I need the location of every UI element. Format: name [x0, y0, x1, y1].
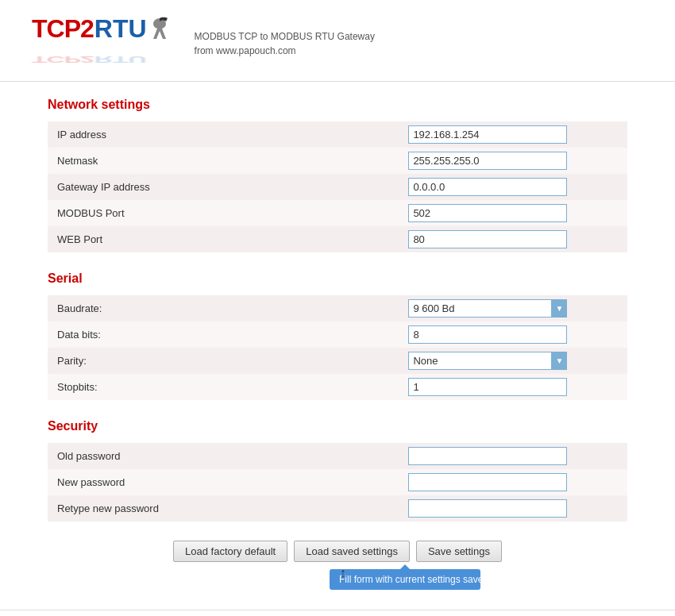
old-password-input[interactable]	[408, 447, 567, 465]
stopbits-cell	[402, 374, 627, 400]
netmask-cell	[402, 148, 627, 174]
netmask-input[interactable]	[408, 152, 567, 170]
parity-cell: None Even Odd ▼	[402, 348, 627, 374]
table-row: Stopbits:	[48, 374, 627, 400]
table-row: MODBUS Port	[48, 200, 627, 226]
logo-tcp: TCP	[32, 14, 80, 44]
table-row: IP address	[48, 121, 627, 148]
logo-2: 2	[80, 14, 94, 44]
cursor-indicator: ↕	[340, 566, 346, 580]
tooltip: Fill form with current settings saved in…	[330, 569, 480, 590]
parity-select-wrapper: None Even Odd ▼	[408, 352, 567, 370]
new-password-label: New password	[48, 469, 402, 495]
ip-address-label: IP address	[48, 121, 402, 148]
logo-bird-icon	[148, 17, 171, 42]
retype-password-label: Retype new password	[48, 495, 402, 522]
serial-table: Baudrate: 1 200 Bd 2 400 Bd 4 800 Bd 9 6…	[48, 295, 627, 400]
table-row: Gateway IP address	[48, 174, 627, 200]
web-port-label: WEB Port	[48, 226, 402, 252]
databits-label: Data bits:	[48, 321, 402, 348]
databits-cell	[402, 321, 627, 348]
logo-rtu-reflection: RTU	[94, 54, 147, 64]
new-password-cell	[402, 469, 627, 495]
load-factory-default-button[interactable]: Load factory default	[173, 541, 287, 562]
footer: TCP2RTU v. 1.1 © 2008 by www.papouch.com	[0, 610, 675, 616]
table-row: Netmask	[48, 148, 627, 174]
baudrate-select-wrapper: 1 200 Bd 2 400 Bd 4 800 Bd 9 600 Bd 19 2…	[408, 299, 567, 318]
parity-label: Parity:	[48, 348, 402, 374]
gateway-input[interactable]	[408, 178, 567, 196]
network-settings-table: IP address Netmask Gateway IP address MO…	[48, 121, 627, 252]
logo-text-row: TCP 2 RTU TCP 2	[32, 14, 171, 73]
header-description: MODBUS TCP to MODBUS RTU Gateway from ww…	[195, 29, 375, 58]
table-row: New password	[48, 469, 627, 495]
web-port-cell	[402, 226, 627, 252]
ip-address-cell	[402, 121, 627, 148]
ip-address-input[interactable]	[408, 125, 567, 144]
retype-password-input[interactable]	[408, 499, 567, 518]
table-row: Parity: None Even Odd ▼	[48, 348, 627, 374]
web-port-input[interactable]	[408, 230, 567, 248]
modbus-port-input[interactable]	[408, 204, 567, 222]
network-settings-title: Network settings	[48, 98, 627, 112]
baudrate-select[interactable]: 1 200 Bd 2 400 Bd 4 800 Bd 9 600 Bd 19 2…	[408, 299, 567, 318]
retype-password-cell	[402, 495, 627, 522]
parity-select[interactable]: None Even Odd	[408, 352, 567, 370]
header-desc-line1: MODBUS TCP to MODBUS RTU Gateway	[195, 29, 375, 44]
table-row: Old password	[48, 443, 627, 469]
load-saved-settings-button[interactable]: Load saved settings	[294, 541, 410, 562]
baudrate-label: Baudrate:	[48, 295, 402, 321]
new-password-input[interactable]	[408, 473, 567, 491]
logo-reflection: TCP	[32, 54, 80, 64]
buttons-area: Load factory default Load saved settings…	[48, 541, 627, 562]
main-content: Network settings IP address Netmask Gate…	[0, 98, 675, 578]
old-password-cell	[402, 443, 627, 469]
security-table: Old password New password Retype new pas…	[48, 443, 627, 522]
logo-2-reflection: 2	[80, 54, 94, 64]
databits-input[interactable]	[408, 325, 567, 344]
netmask-label: Netmask	[48, 148, 402, 174]
serial-title: Serial	[48, 271, 627, 286]
save-settings-button[interactable]: Save settings	[416, 541, 502, 562]
gateway-label: Gateway IP address	[48, 174, 402, 200]
baudrate-cell: 1 200 Bd 2 400 Bd 4 800 Bd 9 600 Bd 19 2…	[402, 295, 627, 321]
stopbits-label: Stopbits:	[48, 374, 402, 400]
logo-container: TCP 2 RTU TCP 2	[32, 14, 171, 73]
modbus-port-cell	[402, 200, 627, 226]
table-row: Retype new password	[48, 495, 627, 522]
security-title: Security	[48, 419, 627, 433]
logo-rtu: RTU	[94, 14, 147, 44]
header-desc-line2: from www.papouch.com	[195, 44, 375, 58]
modbus-port-label: MODBUS Port	[48, 200, 402, 226]
header: TCP 2 RTU TCP 2	[0, 0, 675, 82]
logo-area: TCP 2 RTU TCP 2	[32, 14, 171, 73]
table-row: Baudrate: 1 200 Bd 2 400 Bd 4 800 Bd 9 6…	[48, 295, 627, 321]
gateway-cell	[402, 174, 627, 200]
table-row: Data bits:	[48, 321, 627, 348]
table-row: WEB Port	[48, 226, 627, 252]
old-password-label: Old password	[48, 443, 402, 469]
stopbits-input[interactable]	[408, 378, 567, 396]
